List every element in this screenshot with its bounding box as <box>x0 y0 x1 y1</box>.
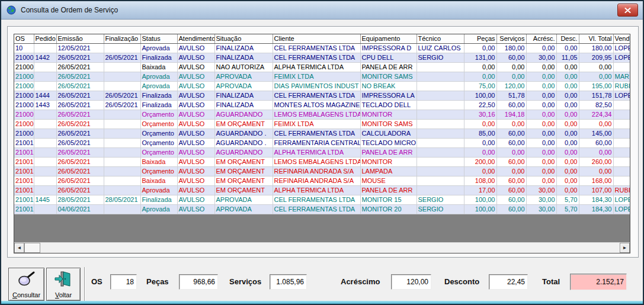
table-row[interactable]: 2100026/05/2021AprovadaAVULSOAPROVADADIA… <box>14 82 630 91</box>
cell-situacao: EM ORÇAMENT <box>214 158 273 167</box>
close-button[interactable] <box>617 4 638 17</box>
consultar-button[interactable]: Consultar <box>8 268 44 301</box>
table-row[interactable]: 2100126/05/2021OrçamentoAVULSOAGUARDANDO… <box>14 148 630 158</box>
col-header-vl_total[interactable]: Vl. Total <box>579 34 613 44</box>
table-row[interactable]: 2100026/05/2021BaixadaAVULSONAO AUTORIZA… <box>14 63 630 72</box>
cell-tecnico <box>416 167 464 176</box>
cell-atendimento: AVULSO <box>177 63 214 72</box>
pecas-total-label: Peças <box>146 274 169 290</box>
scroll-right-button[interactable]: ► <box>620 243 630 253</box>
servicos-total-field[interactable]: 1.085,96 <box>270 274 307 290</box>
cell-finalizacao <box>104 110 140 120</box>
cell-finalizacao <box>104 44 140 53</box>
col-header-emissao[interactable]: Emissão <box>56 34 104 44</box>
servicos-total-label: Serviços <box>229 274 261 290</box>
cell-pecas: 0,00 <box>464 148 496 158</box>
table-row[interactable]: 2100126/05/2021BaixadaAVULSOEM ORÇAMENTL… <box>14 158 630 167</box>
table-row[interactable]: 2100126/05/2021OrçamentoAVULSOEM ORÇAMEN… <box>14 167 630 176</box>
col-header-finalizacao[interactable]: Finalização <box>104 34 140 44</box>
cell-cliente: CEL FERRAMENTAS LTDA <box>273 91 360 101</box>
col-header-desc[interactable]: Desc. <box>556 34 579 44</box>
voltar-button[interactable]: Voltar <box>46 268 81 301</box>
cell-equipamento: MOUSE <box>360 176 416 186</box>
table-row[interactable]: 2100026/05/2021OrçamentoAVULSOAGUARDANDO… <box>14 110 630 120</box>
cell-os: 21000 <box>14 82 34 91</box>
table-row[interactable]: 2100026/05/2021OrçamentoAVULSOEM ORÇAMEN… <box>14 120 630 129</box>
cell-pedido: 1444 <box>34 91 56 101</box>
scroll-thumb[interactable] <box>24 243 40 253</box>
toolbar-divider <box>84 267 85 302</box>
cell-finalizacao <box>104 148 140 158</box>
table-row[interactable]: 21000144326/05/202126/05/2021FinalizadaA… <box>14 101 630 110</box>
cell-os: 10 <box>14 44 34 53</box>
col-header-pedido[interactable]: Pedido <box>34 34 56 44</box>
table-row[interactable]: 21001144528/05/202128/05/2021FinalizadaA… <box>14 195 630 205</box>
cell-vend <box>613 63 630 72</box>
scroll-right-icon: ► <box>623 245 627 251</box>
cell-emissao: 04/06/2021 <box>56 205 104 214</box>
cell-status: Baixada <box>140 176 177 186</box>
cell-status: Aprovada <box>140 72 177 82</box>
cell-status: Finalizada <box>140 195 177 205</box>
acrescimo-total-field[interactable]: 120,00 <box>391 274 431 290</box>
cell-equipamento: MONITOR <box>360 158 416 167</box>
col-header-situacao[interactable]: Situação <box>214 34 273 44</box>
cell-atendimento: AVULSO <box>177 167 214 176</box>
close-icon <box>624 8 631 13</box>
table-row[interactable]: 2100104/06/2021AprovadaAVULSOAPROVADACEL… <box>14 205 630 214</box>
table-row[interactable]: 2100026/05/2021OrçamentoAVULSOAGUARDANDO… <box>14 129 630 139</box>
cell-vl_total: 184,30 <box>579 205 613 214</box>
cell-vl_total: 0,00 <box>579 72 613 82</box>
col-header-vend[interactable]: Vend <box>613 34 630 44</box>
col-header-tecnico[interactable]: Técnico <box>416 34 464 44</box>
cell-tecnico <box>416 63 464 72</box>
cell-desc: 0,00 <box>556 101 579 110</box>
scroll-left-button[interactable]: ◄ <box>14 243 24 253</box>
table-row[interactable]: 2100126/05/2021BaixadaAVULSOEM ORÇAMENTR… <box>14 176 630 186</box>
pecas-total-field[interactable]: 968,66 <box>179 274 218 290</box>
cell-acresc: 0,00 <box>526 148 556 158</box>
os-total-field[interactable]: 18 <box>110 274 137 290</box>
total-field[interactable]: 2.152,17 <box>570 274 627 290</box>
horizontal-scrollbar[interactable]: ◄ ► <box>14 242 630 253</box>
col-header-pecas[interactable]: Peças <box>464 34 496 44</box>
cell-os: 21001 <box>14 205 34 214</box>
col-header-os[interactable]: OS <box>14 34 34 44</box>
cell-finalizacao: 26/05/2021 <box>104 53 140 63</box>
titlebar[interactable]: Consulta de Ordem de Serviço <box>1 1 643 20</box>
cell-atendimento: AVULSO <box>177 195 214 205</box>
cell-vend <box>613 129 630 139</box>
cell-desc: 11,05 <box>556 53 579 63</box>
cell-servicos: 60,00 <box>496 53 526 63</box>
cell-servicos: 60,00 <box>496 186 526 195</box>
col-header-acresc[interactable]: Acrésc. <box>526 34 556 44</box>
table-row[interactable]: 21000144426/05/202126/05/2021FinalizadaA… <box>14 91 630 101</box>
table-row[interactable]: 2100026/05/2021AprovadaAVULSOAPROVADAFEI… <box>14 72 630 82</box>
cell-status: Finalizada <box>140 91 177 101</box>
cell-cliente: ALPHA TERMICA LTDA <box>273 148 360 158</box>
cell-vend <box>613 158 630 167</box>
service-order-query-window: Consulta de Ordem de Serviço OSPedidoEmi… <box>0 0 644 305</box>
table-row[interactable]: 2100126/05/2021AprovadaAVULSOEM ORÇAMENT… <box>14 186 630 195</box>
cell-desc: 5,70 <box>556 195 579 205</box>
cell-emissao: 26/05/2021 <box>56 72 104 82</box>
cell-os: 21001 <box>14 139 34 148</box>
cell-pedido <box>34 205 56 214</box>
desconto-total-field[interactable]: 22,45 <box>489 274 528 290</box>
col-header-servicos[interactable]: Serviços <box>496 34 526 44</box>
cell-cliente: REFINARIA ANDRADA S/A <box>273 167 360 176</box>
cell-equipamento: TECLADO MICRO <box>360 139 416 148</box>
table-row[interactable]: 21000144226/05/202126/05/2021FinalizadaA… <box>14 53 630 63</box>
col-header-cliente[interactable]: Cliente <box>273 34 360 44</box>
cell-vend: LOPE <box>613 195 630 205</box>
cell-pecas: 100,00 <box>464 195 496 205</box>
col-header-equipamento[interactable]: Equipamento <box>360 34 416 44</box>
cell-servicos: 60,00 <box>496 205 526 214</box>
col-header-status[interactable]: Status <box>140 34 177 44</box>
table-row[interactable]: 2100126/05/2021OrçamentoAVULSOAGUARDANDO… <box>14 139 630 148</box>
cell-vend <box>613 139 630 148</box>
cell-vl_total: 60,00 <box>579 139 613 148</box>
cell-emissao: 26/05/2021 <box>56 186 104 195</box>
table-row[interactable]: 1012/05/2021AprovadaAVULSOFINALIZADACEL … <box>14 44 630 53</box>
col-header-atendimento[interactable]: Atendimento <box>177 34 214 44</box>
